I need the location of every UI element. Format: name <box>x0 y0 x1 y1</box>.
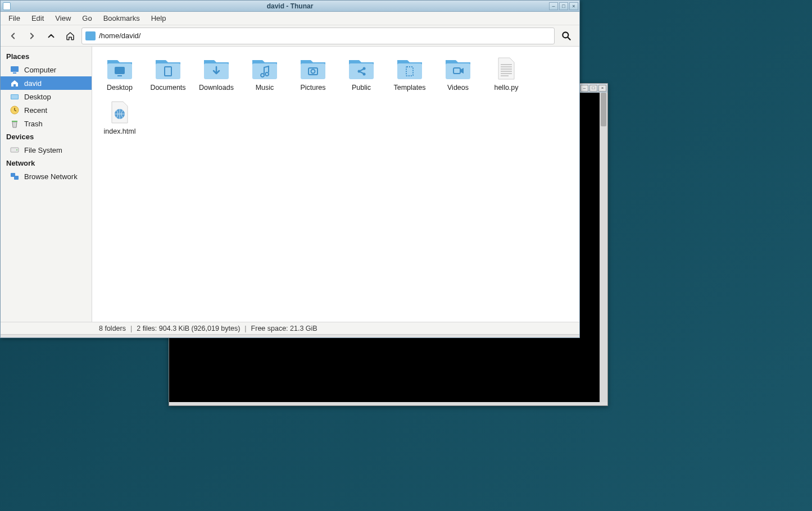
sidebar-item-recent[interactable]: Recent <box>1 103 92 117</box>
folder-icon <box>298 54 328 81</box>
monitor-icon <box>10 65 20 75</box>
sidebar-item-label: Computer <box>24 66 56 74</box>
background-window-scrollbar-thumb[interactable] <box>601 93 606 126</box>
maximize-button[interactable]: □ <box>559 2 568 10</box>
menu-file[interactable]: File <box>4 13 25 24</box>
sidebar-item-label: Browse Network <box>24 172 78 181</box>
html-file-icon <box>105 98 134 125</box>
folder-icon <box>85 31 96 40</box>
sidebar-section-header: Devices <box>1 130 92 143</box>
minimize-button[interactable]: – <box>549 2 558 10</box>
file-label: Downloads <box>199 84 234 92</box>
folder-templates[interactable]: Templates <box>385 52 434 94</box>
file-label: Templates <box>394 84 426 92</box>
sidebar-item-computer[interactable]: Computer <box>1 63 92 76</box>
folder-music[interactable]: Music <box>241 52 289 94</box>
file-index-html[interactable]: index.html <box>96 96 144 138</box>
status-files: 2 files: 904.3 KiB (926,019 bytes) <box>137 325 240 332</box>
toolbar <box>1 25 579 47</box>
file-label: Documents <box>150 84 185 92</box>
folder-documents[interactable]: Documents <box>144 52 192 94</box>
text-file-icon <box>492 54 521 81</box>
file-label: Videos <box>447 84 469 92</box>
clock-icon <box>10 105 20 115</box>
file-label: Public <box>352 84 371 92</box>
menubar: File Edit View Go Bookmarks Help <box>1 12 579 25</box>
drive-icon <box>10 145 20 155</box>
thunar-window: david - Thunar – □ × File Edit View Go B… <box>0 0 580 338</box>
up-button[interactable] <box>43 28 59 44</box>
sidebar: PlacesComputerdavidDesktopRecentTrashDev… <box>1 47 92 322</box>
menu-bookmarks[interactable]: Bookmarks <box>99 13 144 24</box>
folder-icon <box>202 54 231 81</box>
forward-button[interactable] <box>24 28 40 44</box>
statusbar: 8 folders | 2 files: 904.3 KiB (926,019 … <box>1 322 579 334</box>
menu-help[interactable]: Help <box>147 13 171 24</box>
folder-icon <box>105 54 134 81</box>
app-icon <box>3 2 11 10</box>
background-close-button[interactable]: × <box>598 85 606 92</box>
resize-handle[interactable] <box>1 334 579 337</box>
folder-icon <box>395 54 424 81</box>
sidebar-item-david[interactable]: david <box>1 76 92 90</box>
menu-view[interactable]: View <box>51 13 75 24</box>
sidebar-item-label: Desktop <box>24 93 51 101</box>
desktop-icon <box>10 92 20 102</box>
window-title: david - Thunar <box>267 2 314 10</box>
sidebar-item-desktop[interactable]: Desktop <box>1 90 92 103</box>
network-icon <box>10 171 20 181</box>
menu-edit[interactable]: Edit <box>27 13 48 24</box>
file-label: Music <box>256 84 274 92</box>
search-icon <box>561 30 572 42</box>
file-hello-py[interactable]: hello.py <box>482 52 530 94</box>
folder-icon <box>153 54 183 81</box>
sidebar-item-label: Trash <box>24 120 43 128</box>
file-label: Pictures <box>300 84 325 92</box>
back-button[interactable] <box>5 28 21 44</box>
folder-public[interactable]: Public <box>337 52 385 94</box>
path-entry[interactable] <box>81 28 555 44</box>
close-button[interactable]: × <box>569 2 578 10</box>
sidebar-section-header: Places <box>1 50 92 63</box>
sidebar-item-label: File System <box>24 146 62 154</box>
sidebar-item-trash[interactable]: Trash <box>1 117 92 130</box>
chevron-right-icon <box>27 31 37 41</box>
chevron-left-icon <box>8 31 18 41</box>
status-freespace: Free space: 21.3 GiB <box>251 325 317 332</box>
folder-videos[interactable]: Videos <box>434 52 482 94</box>
folder-icon <box>250 54 279 81</box>
file-label: hello.py <box>494 84 518 92</box>
background-window-scrollbar[interactable] <box>600 93 607 402</box>
trash-icon <box>10 118 20 129</box>
home-icon <box>10 78 20 88</box>
search-button[interactable] <box>558 28 575 44</box>
background-window-resize-bar[interactable] <box>169 402 607 405</box>
folder-icon <box>347 54 376 81</box>
background-maximize-button[interactable]: □ <box>589 85 597 92</box>
file-label: Desktop <box>107 84 133 92</box>
sidebar-item-label: Recent <box>24 106 47 115</box>
file-label: index.html <box>104 127 136 135</box>
file-view[interactable]: DesktopDocumentsDownloadsMusicPicturesPu… <box>92 47 579 322</box>
folder-desktop[interactable]: Desktop <box>96 52 144 94</box>
folder-icon <box>443 54 473 81</box>
home-icon <box>65 31 75 41</box>
menu-go[interactable]: Go <box>78 13 96 24</box>
window-titlebar[interactable]: david - Thunar – □ × <box>1 1 579 12</box>
status-folders: 8 folders <box>99 325 126 332</box>
path-input[interactable] <box>99 31 551 40</box>
folder-downloads[interactable]: Downloads <box>192 52 241 94</box>
sidebar-item-browse-network[interactable]: Browse Network <box>1 170 92 183</box>
background-minimize-button[interactable]: – <box>580 85 588 92</box>
chevron-up-icon <box>46 31 56 41</box>
sidebar-section-header: Network <box>1 157 92 170</box>
folder-pictures[interactable]: Pictures <box>289 52 337 94</box>
sidebar-item-label: david <box>24 79 42 88</box>
home-button[interactable] <box>62 28 78 44</box>
sidebar-item-file-system[interactable]: File System <box>1 143 92 157</box>
